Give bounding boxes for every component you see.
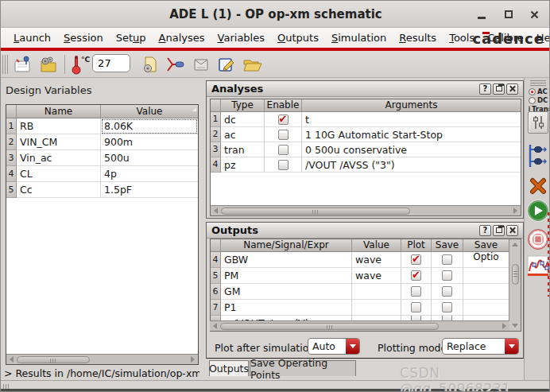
row-number[interactable]: 2 (211, 127, 221, 142)
title-bar[interactable]: ADE L (1) - OP op-xm schematic (1, 1, 550, 28)
row-number[interactable]: 4 (211, 252, 221, 268)
analysis-type-cell[interactable]: ac (221, 127, 265, 142)
plot-checkbox[interactable] (411, 254, 421, 265)
toolbar-grip[interactable] (530, 80, 546, 86)
enable-checkbox[interactable] (278, 145, 289, 155)
plot-outputs-button[interactable] (527, 255, 549, 277)
scroll-left-icon[interactable] (6, 355, 17, 365)
save-options-cell[interactable] (463, 284, 509, 300)
float-panel-button[interactable] (493, 225, 505, 236)
open-results-button[interactable] (240, 53, 264, 76)
simulation-files-button[interactable] (138, 53, 162, 76)
table-row[interactable]: 6 GM (211, 284, 521, 300)
scroll-up-icon[interactable] (510, 239, 521, 250)
scrollbar-thumb[interactable] (220, 323, 439, 330)
row-number[interactable]: 7 (211, 300, 221, 316)
row-number[interactable]: 6 (211, 284, 221, 300)
analysis-options-button[interactable] (528, 111, 548, 134)
menu-session[interactable]: Session (57, 30, 110, 45)
output-name-cell[interactable]: GBW (221, 252, 352, 268)
scroll-right-icon[interactable] (499, 321, 509, 332)
variable-name-cell[interactable]: VIN_CM (17, 134, 101, 150)
enable-checkbox[interactable] (278, 160, 289, 170)
variable-value-cell[interactable]: 4p (101, 166, 198, 182)
col-enable[interactable]: Enable (265, 99, 302, 111)
scrollbar-thumb[interactable] (512, 264, 519, 285)
scrollbar-thumb[interactable] (221, 208, 410, 215)
row-number[interactable]: 3 (6, 150, 17, 166)
help-button[interactable]: ? (479, 225, 491, 236)
menu-variables[interactable]: Variables (211, 30, 271, 45)
variable-value-cell[interactable]: 900m (101, 134, 198, 150)
dv-horizontal-scrollbar[interactable] (6, 354, 198, 364)
table-row[interactable]: 5 Cc 1.5pF (6, 182, 198, 198)
analysis-type-cell[interactable]: dc (221, 112, 265, 127)
scroll-down-icon[interactable] (510, 320, 521, 331)
row-number[interactable]: 3 (211, 142, 221, 157)
tab-outputs[interactable]: Outputs (209, 360, 249, 376)
table-row[interactable]: 1 RB 8.06K (6, 118, 198, 134)
table-row[interactable]: 5 PM wave (211, 268, 521, 284)
menu-simulation[interactable]: Simulation (325, 30, 393, 45)
help-button[interactable]: ? (479, 83, 491, 95)
analyses-horizontal-scrollbar[interactable] (211, 205, 521, 215)
radio-ac[interactable]: AC (525, 87, 550, 95)
scroll-left-icon[interactable] (211, 206, 221, 216)
outputs-horizontal-scrollbar[interactable] (210, 320, 509, 331)
col-plot[interactable]: Plot (401, 239, 432, 251)
float-panel-button[interactable] (493, 83, 505, 95)
table-row[interactable]: 4 pz /VOUT /AVSS ("3") (211, 157, 521, 173)
table-row[interactable]: 3 tran 0 500u conservative (211, 142, 521, 157)
table-row[interactable]: 1 dc t (211, 112, 521, 127)
row-number[interactable]: 4 (6, 166, 17, 182)
variable-value-cell[interactable]: 500u (101, 150, 198, 166)
col-arguments[interactable]: Arguments (302, 99, 521, 111)
close-panel-button[interactable] (506, 225, 518, 236)
scrollbar-thumb[interactable] (17, 356, 90, 363)
col-type[interactable]: Type (221, 99, 265, 111)
row-number[interactable]: 1 (6, 118, 17, 134)
row-number[interactable]: 4 (211, 157, 221, 173)
menu-analyses[interactable]: Analyses (153, 30, 211, 45)
variable-name-cell[interactable]: CL (17, 166, 101, 182)
menu-setup[interactable]: Setup (110, 30, 153, 45)
variable-name-cell[interactable]: RB (17, 118, 101, 134)
menu-outputs[interactable]: Outputs (271, 30, 325, 45)
dropdown-arrow-button[interactable] (346, 339, 359, 354)
output-name-cell[interactable]: PM (221, 268, 352, 284)
analysis-args-cell[interactable]: 1 10G Automatic Start-Stop (302, 127, 521, 142)
save-checkbox[interactable] (442, 270, 452, 281)
col-save-options[interactable]: Save Optio (463, 239, 509, 251)
analysis-type-cell[interactable]: tran (221, 142, 265, 157)
edit-log-button[interactable] (215, 53, 238, 76)
dv-col-name[interactable]: Name (17, 105, 101, 118)
close-panel-button[interactable] (506, 83, 518, 95)
stop-simulation-button[interactable] (527, 228, 549, 250)
outputs-title-bar[interactable]: Outputs ? (207, 223, 523, 239)
save-options-cell[interactable] (463, 300, 509, 316)
select-nets-button[interactable] (527, 142, 549, 170)
plot-checkbox[interactable] (411, 286, 421, 297)
enable-checkbox[interactable] (278, 130, 289, 140)
minimize-button[interactable] (474, 8, 489, 21)
plot-checkbox[interactable] (411, 302, 421, 312)
analyses-title-bar[interactable]: Analyses ? (207, 81, 523, 97)
dropdown-arrow-button[interactable] (505, 339, 518, 354)
col-save[interactable]: Save (432, 239, 463, 251)
analysis-args-cell[interactable]: /VOUT /AVSS ("3") (302, 157, 521, 173)
enable-checkbox[interactable] (278, 114, 289, 125)
output-name-cell[interactable]: GM (221, 284, 352, 300)
dv-col-value[interactable]: Value (101, 105, 198, 118)
table-row[interactable]: 7 P1 (211, 300, 521, 316)
scroll-right-icon[interactable] (510, 206, 521, 216)
plot-after-simulation-dropdown[interactable]: Auto (308, 338, 360, 355)
maximize-button[interactable] (502, 8, 516, 21)
save-options-cell[interactable] (463, 268, 509, 284)
variable-name-cell[interactable]: Vin_ac (17, 150, 101, 166)
col-name-signal-expr[interactable]: Name/Signal/Expr (221, 239, 352, 251)
menu-results[interactable]: Results (393, 30, 443, 45)
menu-launch[interactable]: Launch (7, 30, 57, 45)
variable-value-cell[interactable]: 1.5pF (101, 182, 198, 198)
stimuli-button[interactable] (164, 53, 188, 76)
table-row[interactable]: 3 Vin_ac 500u (6, 150, 198, 166)
